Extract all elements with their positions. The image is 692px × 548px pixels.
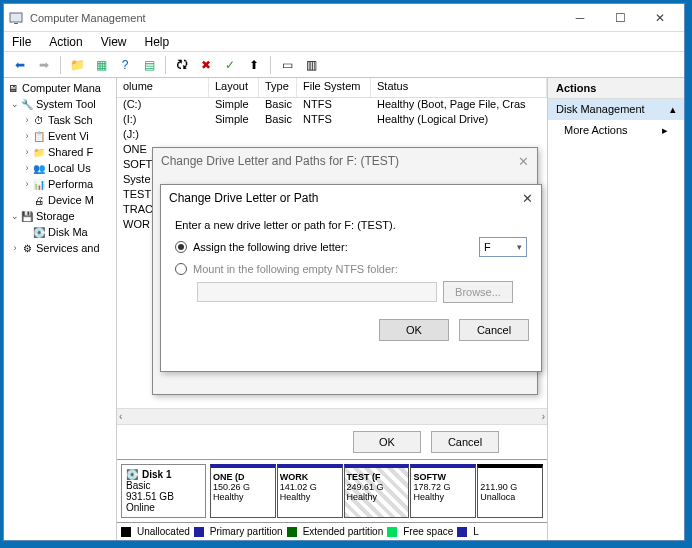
help-icon[interactable]: ?: [115, 55, 135, 75]
tree-storage[interactable]: Storage: [36, 210, 75, 222]
check-icon[interactable]: ✓: [220, 55, 240, 75]
toolbar: ⬅ ➡ 📁 ▦ ? ▤ 🗘 ✖ ✓ ⬆ ▭ ▥: [4, 52, 684, 78]
volume-row[interactable]: (I:)SimpleBasicNTFSHealthy (Logical Driv…: [117, 113, 547, 128]
pane-buttons: OK Cancel: [117, 424, 547, 459]
pane-ok-button[interactable]: OK: [353, 431, 421, 453]
expand-icon[interactable]: ⌄: [10, 211, 20, 221]
settings-icon[interactable]: ▥: [301, 55, 321, 75]
partition[interactable]: TEST (F249.61 GHealthy: [344, 464, 410, 518]
delete-icon[interactable]: ✖: [196, 55, 216, 75]
list-icon[interactable]: ▤: [139, 55, 159, 75]
radio-mount[interactable]: [175, 263, 187, 275]
tree-item[interactable]: Shared F: [48, 146, 93, 158]
menu-view[interactable]: View: [101, 35, 127, 49]
volume-row[interactable]: (C:)SimpleBasicNTFSHealthy (Boot, Page F…: [117, 98, 547, 113]
back-icon[interactable]: ⬅: [10, 55, 30, 75]
disk-info[interactable]: 💽Disk 1 Basic 931.51 GB Online: [121, 464, 206, 518]
expand-icon[interactable]: ›: [22, 163, 32, 173]
disk-pane: 💽Disk 1 Basic 931.51 GB Online ONE (D150…: [117, 459, 547, 522]
actions-more[interactable]: More Actions▸: [548, 120, 684, 141]
tree-diskmgmt[interactable]: Disk Ma: [48, 226, 88, 238]
disk-icon: 💽: [126, 469, 138, 480]
radio-assign-row[interactable]: Assign the following drive letter: F▾: [175, 237, 527, 257]
col-fs[interactable]: File System: [297, 78, 371, 97]
tree-item[interactable]: Local Us: [48, 162, 91, 174]
tree-root[interactable]: Computer Mana: [22, 82, 101, 94]
tree-item[interactable]: Device M: [48, 194, 94, 206]
dialog-title: Change Drive Letter or Path ✕: [161, 185, 541, 211]
refresh-icon[interactable]: 🗘: [172, 55, 192, 75]
app-icon: [8, 10, 24, 26]
expand-icon[interactable]: ⌄: [10, 99, 20, 109]
close-icon[interactable]: ✕: [518, 154, 529, 169]
chevron-down-icon: ▾: [517, 242, 522, 252]
legend-primary: Primary partition: [210, 526, 283, 537]
view-icon[interactable]: ▦: [91, 55, 111, 75]
tree-item[interactable]: Performa: [48, 178, 93, 190]
close-icon[interactable]: ✕: [522, 191, 533, 206]
expand-icon[interactable]: ›: [22, 115, 32, 125]
tools-icon: 🔧: [20, 97, 34, 111]
scrollbar-horizontal[interactable]: ‹›: [117, 408, 547, 424]
close-button[interactable]: ✕: [640, 6, 680, 30]
menu-action[interactable]: Action: [49, 35, 82, 49]
chevron-right-icon: ▸: [662, 124, 668, 137]
partition[interactable]: 211.90 GUnalloca: [477, 464, 543, 518]
cancel-button[interactable]: Cancel: [459, 319, 529, 341]
perf-icon: 📊: [32, 177, 46, 191]
tree-item[interactable]: Event Vi: [48, 130, 89, 142]
up-icon[interactable]: 📁: [67, 55, 87, 75]
legend-logical: L: [473, 526, 479, 537]
pane-cancel-button[interactable]: Cancel: [431, 431, 499, 453]
disk-name: Disk 1: [142, 469, 171, 480]
browse-button: Browse...: [443, 281, 513, 303]
col-status[interactable]: Status: [371, 78, 547, 97]
actions-diskmgmt[interactable]: Disk Management▴: [548, 99, 684, 120]
col-volume[interactable]: olume: [117, 78, 209, 97]
partition[interactable]: SOFTW178.72 GHealthy: [410, 464, 476, 518]
swatch-logical: [457, 527, 467, 537]
svg-rect-1: [14, 23, 18, 24]
col-layout[interactable]: Layout: [209, 78, 259, 97]
expand-icon[interactable]: ›: [22, 131, 32, 141]
expand-icon[interactable]: ›: [22, 147, 32, 157]
device-icon: 🖨: [32, 193, 46, 207]
disk-size: 931.51 GB: [126, 491, 201, 502]
tree-services[interactable]: Services and: [36, 242, 100, 254]
maximize-button[interactable]: ☐: [600, 6, 640, 30]
swatch-extended: [287, 527, 297, 537]
export-icon[interactable]: ⬆: [244, 55, 264, 75]
drive-letter-select[interactable]: F▾: [479, 237, 527, 257]
properties-icon[interactable]: ▭: [277, 55, 297, 75]
dialog-title-text: Change Drive Letter and Paths for F: (TE…: [161, 154, 399, 168]
expand-icon[interactable]: ›: [10, 243, 20, 253]
dialog-body: Enter a new drive letter or path for F: …: [161, 211, 541, 311]
dialog-title-text: Change Drive Letter or Path: [169, 191, 318, 205]
partition[interactable]: ONE (D150.26 GHealthy: [210, 464, 276, 518]
ok-button[interactable]: OK: [379, 319, 449, 341]
minimize-button[interactable]: ─: [560, 6, 600, 30]
swatch-free: [387, 527, 397, 537]
tree-item[interactable]: Task Sch: [48, 114, 93, 126]
partition[interactable]: WORK141.02 GHealthy: [277, 464, 343, 518]
legend-free: Free space: [403, 526, 453, 537]
expand-icon[interactable]: ›: [22, 179, 32, 189]
legend: Unallocated Primary partition Extended p…: [117, 522, 547, 540]
disk-status: Online: [126, 502, 201, 513]
col-type[interactable]: Type: [259, 78, 297, 97]
tree-systools[interactable]: System Tool: [36, 98, 96, 110]
collapse-icon: ▴: [670, 103, 676, 116]
actions-pane: Actions Disk Management▴ More Actions▸: [548, 78, 684, 540]
menu-file[interactable]: File: [12, 35, 31, 49]
partition-strip: ONE (D150.26 GHealthyWORK141.02 GHealthy…: [210, 464, 543, 518]
volume-row[interactable]: (J:): [117, 128, 547, 143]
radio-mount-label: Mount in the following empty NTFS folder…: [193, 263, 398, 275]
forward-icon[interactable]: ➡: [34, 55, 54, 75]
radio-assign[interactable]: [175, 241, 187, 253]
menubar: File Action View Help: [4, 32, 684, 52]
nav-tree[interactable]: 🖥Computer Mana ⌄🔧System Tool ›⏱Task Sch …: [4, 78, 117, 540]
swatch-primary: [194, 527, 204, 537]
divider: [165, 56, 166, 74]
radio-mount-row[interactable]: Mount in the following empty NTFS folder…: [175, 263, 527, 275]
menu-help[interactable]: Help: [145, 35, 170, 49]
